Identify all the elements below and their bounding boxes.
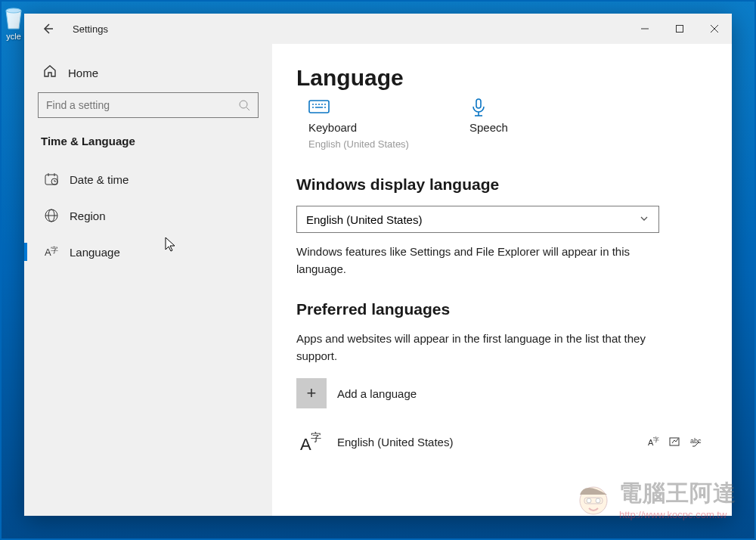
add-language-label: Add a language bbox=[337, 387, 417, 400]
language-feature-badges: A字 abc bbox=[647, 435, 703, 448]
svg-text:字: 字 bbox=[311, 431, 321, 443]
search-box[interactable] bbox=[38, 92, 259, 118]
plus-icon: + bbox=[296, 378, 327, 408]
minimize-button[interactable] bbox=[627, 14, 662, 44]
svg-rect-3 bbox=[677, 26, 683, 33]
titlebar: Settings bbox=[24, 14, 732, 44]
sidebar-category: Time & Language bbox=[38, 135, 259, 161]
globe-icon bbox=[44, 208, 59, 223]
sidebar: Home Time & Language Date & time Region bbox=[24, 44, 272, 516]
card-speech-label: Speech bbox=[469, 121, 508, 134]
watermark-brand: 電腦王阿達 bbox=[619, 478, 736, 509]
clock-icon bbox=[44, 172, 59, 187]
language-entry-label: English (United States) bbox=[337, 436, 637, 448]
card-keyboard[interactable]: Keyboard English (United States) bbox=[308, 98, 409, 150]
search-input[interactable] bbox=[46, 99, 238, 111]
svg-point-39 bbox=[587, 498, 591, 503]
watermark-url: http://www.kocpc.com.tw bbox=[619, 509, 736, 520]
svg-line-7 bbox=[246, 107, 249, 110]
recycle-bin-label: ycle bbox=[6, 32, 21, 41]
svg-point-0 bbox=[6, 8, 21, 13]
language-icon: A字 bbox=[44, 244, 59, 259]
spellcheck-badge-icon: abc bbox=[689, 435, 703, 448]
svg-rect-28 bbox=[476, 99, 481, 108]
sidebar-item-date-time[interactable]: Date & time bbox=[38, 161, 259, 197]
page-title: Language bbox=[296, 65, 703, 91]
quick-cards: Keyboard English (United States) Speech bbox=[296, 98, 703, 150]
window-body: Home Time & Language Date & time Region bbox=[24, 44, 732, 516]
card-speech[interactable]: Speech bbox=[469, 98, 508, 150]
sidebar-home-label: Home bbox=[68, 67, 98, 79]
language-glyph-icon: A字 bbox=[296, 427, 327, 457]
sidebar-item-label: Date & time bbox=[70, 173, 129, 186]
display-language-dropdown[interactable]: English (United States) bbox=[296, 206, 659, 233]
sidebar-item-language[interactable]: A字 Language bbox=[38, 234, 259, 270]
watermark: 電腦王阿達 http://www.kocpc.com.tw bbox=[572, 478, 736, 520]
back-button[interactable] bbox=[41, 22, 54, 36]
language-entry[interactable]: A字 English (United States) A字 abc bbox=[296, 422, 703, 461]
main-content: Language Keyboard English (United States… bbox=[272, 44, 732, 516]
close-button[interactable] bbox=[697, 14, 732, 44]
svg-text:abc: abc bbox=[690, 437, 702, 445]
display-language-heading: Windows display language bbox=[296, 175, 703, 194]
card-keyboard-label: Keyboard bbox=[308, 121, 357, 134]
settings-window: Settings Home Time & Language bbox=[24, 14, 732, 516]
sidebar-item-label: Language bbox=[70, 246, 120, 259]
display-language-description: Windows features like Settings and File … bbox=[296, 244, 652, 278]
handwriting-badge-icon bbox=[668, 435, 682, 448]
search-icon bbox=[238, 99, 250, 111]
sidebar-nav: Date & time Region A字 Language bbox=[38, 161, 259, 270]
sidebar-item-label: Region bbox=[70, 209, 106, 222]
svg-point-40 bbox=[596, 498, 600, 503]
microphone-icon bbox=[469, 98, 489, 116]
add-language-button[interactable]: + Add a language bbox=[296, 378, 703, 408]
window-controls bbox=[627, 14, 732, 44]
svg-point-6 bbox=[240, 101, 247, 108]
keyboard-icon bbox=[308, 98, 328, 116]
preferred-languages-description: Apps and websites will appear in the fir… bbox=[296, 331, 659, 365]
chevron-down-icon bbox=[639, 213, 649, 226]
display-language-value: English (United States) bbox=[306, 213, 422, 226]
home-icon bbox=[42, 64, 57, 82]
display-language-badge-icon: A字 bbox=[647, 435, 661, 448]
svg-rect-19 bbox=[309, 101, 329, 113]
preferred-languages-heading: Preferred languages bbox=[296, 300, 703, 318]
sidebar-home[interactable]: Home bbox=[38, 56, 259, 92]
maximize-button[interactable] bbox=[662, 14, 697, 44]
svg-text:字: 字 bbox=[51, 246, 58, 254]
card-keyboard-sub: English (United States) bbox=[308, 138, 409, 150]
recycle-bin[interactable]: ycle bbox=[0, 3, 27, 41]
svg-text:A: A bbox=[300, 435, 311, 454]
window-title: Settings bbox=[73, 23, 108, 35]
watermark-logo-icon bbox=[572, 478, 615, 520]
sidebar-item-region[interactable]: Region bbox=[38, 197, 259, 234]
recycle-bin-icon bbox=[1, 3, 26, 32]
svg-text:字: 字 bbox=[653, 436, 659, 443]
